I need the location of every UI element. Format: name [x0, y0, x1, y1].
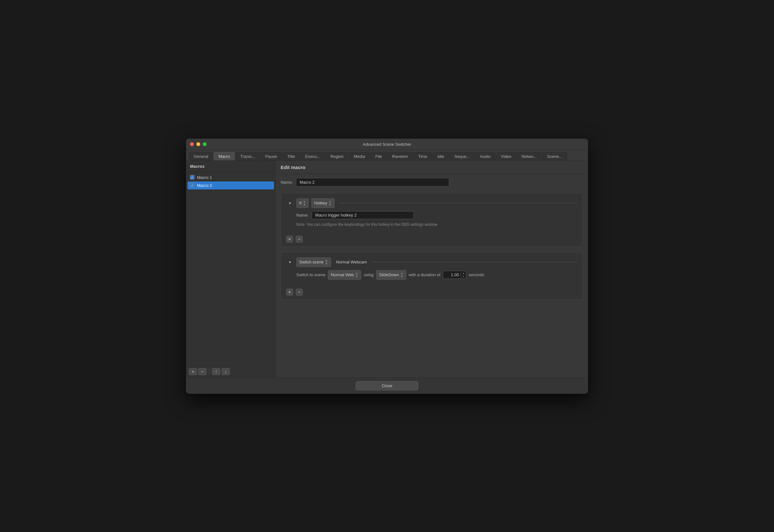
checkmark-2: ✓: [191, 184, 193, 187]
hotkey-label: Hotkey: [314, 201, 327, 205]
tab-region[interactable]: Region: [326, 152, 348, 160]
scene-dropdown[interactable]: Normal Web ▲▼: [328, 270, 361, 280]
sidebar-header: Macros: [186, 161, 275, 172]
condition-row: ▾ If ▲▼ Hotkey ▲▼: [286, 198, 577, 208]
move-down-button[interactable]: ↓: [222, 368, 230, 375]
tab-file[interactable]: File: [370, 152, 387, 160]
name-label: Name:: [281, 180, 293, 185]
add-macro-button[interactable]: +: [189, 368, 197, 375]
condition-box-inner: ▾ If ▲▼ Hotkey ▲▼ Name:: [281, 193, 583, 232]
macro-name-row: Name:: [276, 174, 588, 190]
hotkey-name-input[interactable]: [312, 211, 414, 219]
window-footer: Close: [186, 378, 588, 394]
if-label: If: [299, 201, 301, 205]
macro-label-1: Macro 1: [197, 175, 212, 180]
action-box: ▾ Switch scene ▲▼ Normal Webcam Switch t…: [281, 252, 583, 300]
close-button[interactable]: Close: [356, 381, 418, 390]
macro-item-2[interactable]: ✓ Macro 2: [187, 181, 274, 189]
close-traffic-light[interactable]: [190, 142, 194, 146]
tab-audio[interactable]: Audio: [475, 152, 495, 160]
duration-spinner[interactable]: ▲ ▼: [461, 272, 466, 278]
tab-idle[interactable]: Idle: [433, 152, 449, 160]
tab-random[interactable]: Random: [387, 152, 413, 160]
condition-chevron[interactable]: ▾: [286, 199, 294, 207]
sidebar: Macros ✓ Macro 1 ✓ Macro 2 +: [186, 161, 276, 378]
tab-video[interactable]: Video: [496, 152, 516, 160]
titlebar: Advanced Scene Switcher: [186, 139, 588, 150]
tab-macro[interactable]: Macro: [214, 152, 235, 160]
tab-scene[interactable]: Scene...: [542, 152, 567, 160]
traffic-lights: [190, 142, 207, 146]
add-condition-button[interactable]: +: [286, 236, 293, 243]
hotkey-note: Note: You can configure the keybindings …: [286, 219, 577, 227]
scene-dropdown-arrows: ▲▼: [355, 272, 358, 278]
action-box-inner: ▾ Switch scene ▲▼ Normal Webcam Switch t…: [281, 252, 583, 285]
checkmark-1: ✓: [191, 176, 193, 179]
edit-macro-header: Edit macro: [276, 161, 588, 174]
condition-footer: + −: [281, 232, 583, 247]
duration-wrapper: ▲ ▼: [443, 271, 466, 279]
tabs-bar: General Macro Transi... Pause Title Exec…: [186, 150, 588, 161]
macro-item-1[interactable]: ✓ Macro 1: [187, 174, 274, 181]
tab-media[interactable]: Media: [349, 152, 370, 160]
action-details-row: Switch to scene Normal Web ▲▼ using Slid…: [286, 267, 577, 280]
macro-checkbox-1[interactable]: ✓: [190, 175, 195, 180]
hotkey-arrows: ▲▼: [329, 200, 332, 206]
tab-time[interactable]: Time: [413, 152, 432, 160]
tab-title[interactable]: Title: [283, 152, 300, 160]
duration-label: with a duration of: [409, 272, 440, 277]
action-type-dropdown[interactable]: Switch scene ▲▼: [296, 257, 331, 267]
macro-checkbox-2[interactable]: ✓: [190, 183, 195, 188]
transition-dropdown[interactable]: SlideDown ▲▼: [376, 270, 406, 280]
condition-box: ▾ If ▲▼ Hotkey ▲▼ Name:: [281, 193, 583, 247]
macros-list: ✓ Macro 1 ✓ Macro 2: [186, 172, 275, 365]
seconds-label: seconds: [469, 272, 484, 277]
remove-action-button[interactable]: −: [296, 289, 303, 296]
duration-input[interactable]: [443, 271, 461, 278]
scene-dropdown-label: Normal Web: [331, 272, 354, 277]
toolbar-divider: [209, 369, 210, 374]
condition-separator: [340, 203, 577, 203]
remove-macro-button[interactable]: −: [198, 368, 207, 375]
add-action-button[interactable]: +: [286, 289, 293, 296]
tab-pause[interactable]: Pause: [261, 152, 282, 160]
content-area: Macros ✓ Macro 1 ✓ Macro 2 +: [186, 161, 588, 378]
macro-name-input[interactable]: [296, 178, 449, 187]
maximize-traffic-light[interactable]: [203, 142, 207, 146]
transition-arrows: ▲▼: [400, 272, 403, 278]
hotkey-dropdown[interactable]: Hotkey ▲▼: [311, 198, 334, 208]
main-panel: Edit macro Name: ▾ If ▲▼ Hotkey: [276, 161, 588, 378]
using-label: using: [364, 272, 374, 277]
tab-general[interactable]: General: [189, 152, 213, 160]
window-title: Advanced Scene Switcher: [363, 142, 411, 147]
action-separator: [372, 262, 577, 262]
action-chevron[interactable]: ▾: [286, 258, 294, 266]
action-type-label: Switch scene: [299, 260, 324, 264]
hotkey-name-label: Name:: [296, 213, 309, 218]
sidebar-toolbar: + − ↑ ↓: [186, 365, 275, 378]
spin-up[interactable]: ▲: [462, 272, 465, 275]
action-type-arrows: ▲▼: [325, 259, 328, 265]
tab-transi[interactable]: Transi...: [235, 152, 260, 160]
tab-netwo[interactable]: Netwo...: [517, 152, 542, 160]
hotkey-name-row: Name:: [286, 208, 577, 219]
tab-execu[interactable]: Execu...: [301, 152, 325, 160]
action-scene-name: Normal Webcam: [334, 260, 367, 264]
action-footer: + −: [281, 285, 583, 299]
move-up-button[interactable]: ↑: [212, 368, 220, 375]
if-arrows: ▲▼: [303, 200, 306, 206]
macro-label-2: Macro 2: [197, 183, 212, 188]
switch-to-label: Switch to scene: [296, 272, 325, 277]
action-row: ▾ Switch scene ▲▼ Normal Webcam: [286, 257, 577, 267]
minimize-traffic-light[interactable]: [197, 142, 200, 146]
transition-label: SlideDown: [379, 272, 399, 277]
app-window: Advanced Scene Switcher General Macro Tr…: [186, 138, 588, 394]
spin-down[interactable]: ▼: [462, 275, 465, 278]
tab-seque[interactable]: Seque...: [450, 152, 474, 160]
remove-condition-button[interactable]: −: [296, 236, 303, 243]
if-dropdown[interactable]: If ▲▼: [296, 198, 309, 208]
